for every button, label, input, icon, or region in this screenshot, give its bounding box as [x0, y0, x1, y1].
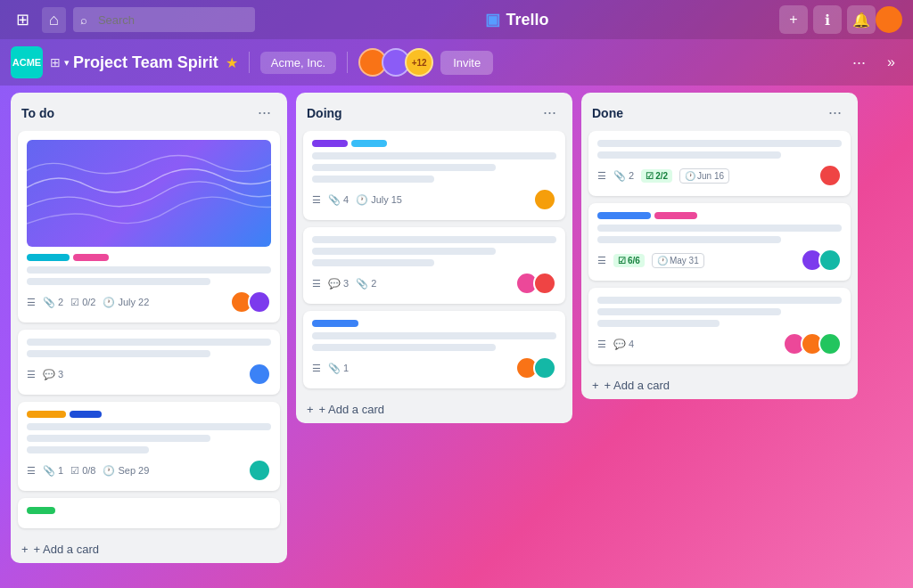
column-doing-header: Doing ··· [296, 93, 572, 131]
card-todo-3[interactable]: ☰ 📎 1 ☑ 0/8 🕐 Sep 29 [18, 402, 280, 491]
card-line-2 [27, 350, 210, 357]
tag-purple [312, 140, 348, 147]
card-meta-3: ☰ 💬 4 [597, 332, 842, 355]
comments-count: 💬 3 [43, 369, 63, 380]
card-meta-2: ☰ 💬 3 [27, 363, 271, 386]
column-todo-more[interactable]: ··· [252, 102, 276, 124]
card-done-2[interactable]: ☰ ☑ 6/6 🕐 May 31 [588, 203, 851, 281]
card-avatars [248, 459, 271, 482]
card-line-1 [27, 339, 271, 346]
card-line-1 [312, 332, 556, 339]
card-line-2 [597, 151, 781, 159]
column-todo: To do ··· [11, 93, 287, 563]
card-line-2 [27, 278, 210, 285]
logo-text: Trello [506, 11, 548, 29]
info-button[interactable]: ℹ [813, 5, 842, 34]
add-card-done[interactable]: + + Add a card [581, 372, 858, 399]
tag-blue [597, 212, 651, 219]
due-date: 🕐 July 22 [103, 297, 149, 308]
checklist-count: ☑ 0/8 [70, 465, 95, 477]
card-avatar-2 [248, 290, 271, 314]
due-date: 🕐 Sep 29 [103, 465, 149, 477]
tag-yellow [27, 411, 66, 418]
add-icon: + [21, 543, 29, 556]
back-arrow-icon[interactable]: » [880, 51, 902, 74]
card-tags [312, 140, 556, 147]
card-tags [27, 411, 271, 418]
attachments-count: 📎 1 [43, 465, 63, 477]
column-done-title: Done [592, 106, 623, 120]
card-line-1 [312, 152, 556, 159]
attach-icon: 📎 [328, 363, 341, 374]
check-icon: ☑ [646, 171, 654, 181]
card-line-3 [312, 259, 434, 266]
check-icon: ☑ [618, 256, 626, 265]
add-card-doing[interactable]: + + Add a card [296, 396, 572, 423]
card-tags [312, 320, 556, 327]
card-doing-3[interactable]: ☰ 📎 1 [303, 311, 565, 388]
card-todo-4[interactable] [18, 498, 280, 528]
card-todo-1[interactable]: ☰ 📎 2 ☑ 0/2 🕐 July 22 [18, 131, 280, 323]
search-input[interactable] [73, 7, 255, 32]
add-icon: + [592, 379, 599, 392]
card-avatars [248, 363, 271, 386]
home-icon[interactable]: ⌂ [42, 7, 66, 33]
menu-icon: ☰ [312, 363, 321, 374]
card-tags [597, 212, 842, 219]
column-doing-title: Doing [307, 106, 342, 120]
topo-lines-svg [27, 140, 271, 247]
comment-icon: 💬 [43, 369, 55, 380]
menu-icon: ☰ [27, 297, 36, 308]
tag-cyan [27, 254, 70, 261]
attach-icon: 📎 [43, 297, 55, 308]
board-type-chevron[interactable]: ▾ [64, 57, 70, 69]
column-doing-cards: ☰ 📎 4 🕐 July 15 [296, 131, 572, 396]
board-star-icon[interactable]: ★ [226, 54, 238, 71]
menu-icon: ☰ [27, 465, 36, 477]
add-icon: + [307, 403, 314, 416]
invite-button[interactable]: Invite [440, 51, 493, 75]
divider-1 [249, 52, 250, 73]
column-doing: Doing ··· ☰ 📎 4 [296, 93, 572, 423]
add-button[interactable]: + [779, 5, 808, 34]
clock-icon: 🕐 [685, 171, 695, 181]
workspace-badge[interactable]: Acme, Inc. [260, 52, 336, 74]
card-meta-1: ☰ 📎 2 ☑ 0/2 🕐 July 22 [27, 290, 271, 314]
card-avatar-3 [818, 332, 842, 355]
clock-icon: 🕐 [657, 256, 668, 265]
add-card-todo[interactable]: + + Add a card [11, 535, 287, 563]
clock-icon: 🕐 [356, 194, 368, 206]
check-icon: ☑ [70, 297, 79, 308]
grid-icon[interactable]: ⊞ [11, 6, 35, 33]
attachments-count: 📎 4 [328, 194, 349, 206]
checklist-badge: ☑ 2/2 [641, 169, 672, 183]
avatar-more[interactable]: +12 [405, 48, 433, 77]
card-avatar-1 [533, 188, 556, 211]
card-done-1[interactable]: ☰ 📎 2 ☑ 2/2 🕐 Jun 16 [588, 131, 851, 196]
menu-icon: ☰ [312, 194, 321, 206]
card-doing-2[interactable]: ☰ 💬 3 📎 2 [303, 227, 565, 304]
board-content: To do ··· [0, 86, 913, 588]
card-doing-1[interactable]: ☰ 📎 4 🕐 July 15 [303, 131, 565, 220]
card-todo-2[interactable]: ☰ 💬 3 [18, 330, 280, 395]
checklist-count: ☑ 0/2 [70, 297, 95, 308]
comments-count: 💬 3 [328, 278, 349, 290]
column-done: Done ··· ☰ 📎 2 ☑ 2/2 [581, 93, 858, 399]
column-done-more[interactable]: ··· [823, 102, 847, 124]
top-nav: ⊞ ⌂ ⌕ ▣ Trello + ℹ 🔔 [0, 0, 913, 39]
card-line-2 [312, 344, 496, 351]
date-badge: 🕐 May 31 [652, 253, 704, 268]
user-avatar[interactable] [876, 6, 902, 33]
sub-nav: ACME ⊞ ▾ Project Team Spirit ★ Acme, Inc… [0, 39, 913, 86]
board-more-icon[interactable]: ··· [845, 50, 873, 76]
column-doing-more[interactable]: ··· [538, 102, 562, 124]
card-meta-1: ☰ 📎 4 🕐 July 15 [312, 188, 556, 211]
card-done-3[interactable]: ☰ 💬 4 [588, 288, 851, 364]
card-line-1 [597, 140, 842, 147]
notifications-button[interactable]: 🔔 [847, 5, 876, 34]
menu-icon: ☰ [312, 278, 321, 290]
card-line-1 [27, 423, 271, 430]
board-type-icon[interactable]: ⊞ [50, 55, 61, 69]
board-title[interactable]: Project Team Spirit [73, 53, 218, 72]
card-line-2 [312, 164, 496, 171]
